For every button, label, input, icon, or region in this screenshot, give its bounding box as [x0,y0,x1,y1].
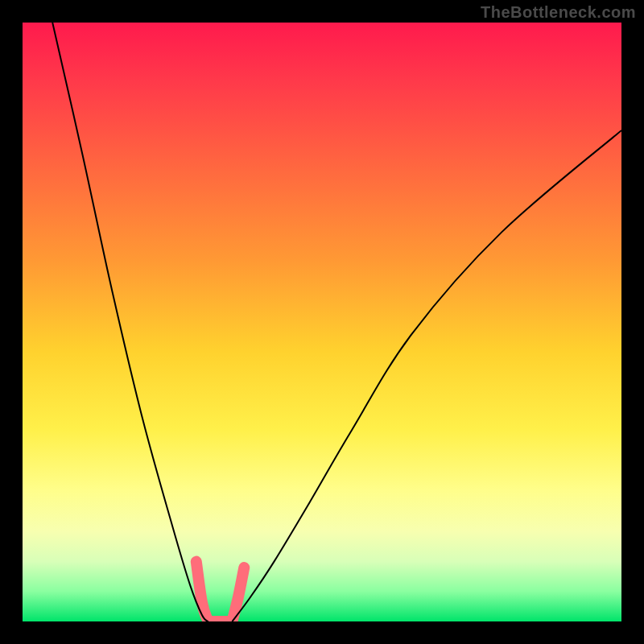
pink-highlight-group [196,562,245,621]
watermark-text: TheBottleneck.com [481,3,636,22]
pink-segment-left [196,562,208,621]
outer-frame: TheBottleneck.com [0,0,644,644]
right-curve [232,130,621,621]
curve-group [52,23,621,621]
chart-svg [23,23,621,621]
left-curve [52,23,208,621]
plot-area [23,23,621,621]
